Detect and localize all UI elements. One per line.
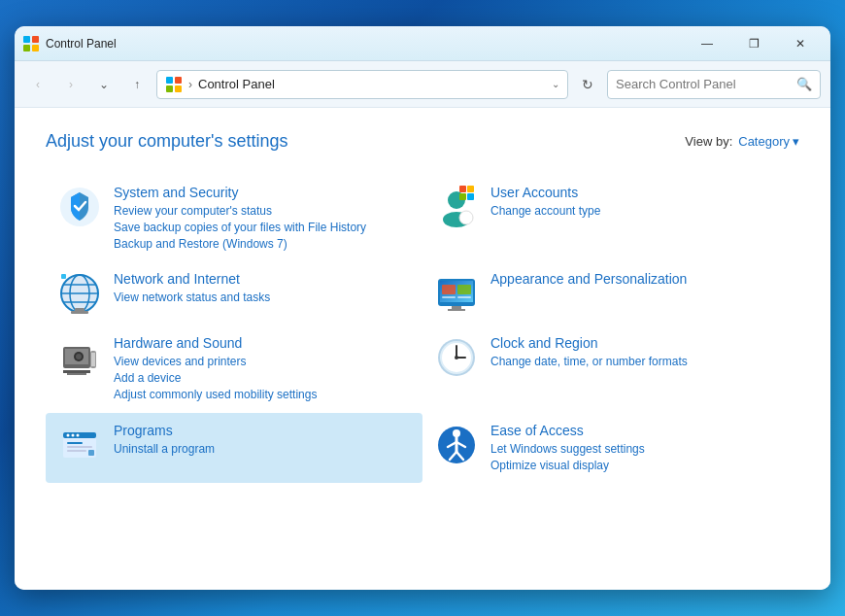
appearance-name[interactable]: Appearance and Personalization xyxy=(490,271,788,287)
search-bar[interactable]: 🔍 xyxy=(607,70,821,99)
recent-locations-button[interactable]: ⌄ xyxy=(90,71,118,98)
up-button[interactable]: ↑ xyxy=(123,71,151,98)
ease-icon xyxy=(434,423,479,467)
minimize-button[interactable]: — xyxy=(685,30,729,57)
view-by-value[interactable]: Category ▾ xyxy=(738,134,799,149)
svg-point-51 xyxy=(72,433,75,436)
search-icon: 🔍 xyxy=(796,77,812,91)
svg-rect-12 xyxy=(459,186,466,192)
svg-rect-0 xyxy=(23,36,30,43)
svg-rect-55 xyxy=(67,450,86,452)
svg-rect-4 xyxy=(166,77,173,84)
back-icon: ‹ xyxy=(36,78,40,91)
category-programs[interactable]: Programs Uninstall a program xyxy=(46,413,422,484)
svg-rect-24 xyxy=(61,274,66,279)
hardware-link-1[interactable]: View devices and printers xyxy=(114,354,411,370)
hardware-name[interactable]: Hardware and Sound xyxy=(114,335,411,351)
view-by-label: View by: xyxy=(685,134,732,149)
category-appearance[interactable]: Appearance and Personalization xyxy=(422,261,799,325)
window-controls: — ❐ ✕ xyxy=(685,30,823,57)
clock-name[interactable]: Clock and Region xyxy=(490,335,788,351)
up-icon: ↑ xyxy=(134,78,140,91)
window: Control Panel — ❐ ✕ ‹ › ⌄ ↑ xyxy=(15,26,830,590)
refresh-button[interactable]: ↻ xyxy=(574,71,601,98)
system-security-name[interactable]: System and Security xyxy=(114,185,411,200)
category-network[interactable]: Network and Internet View network status… xyxy=(46,261,422,325)
svg-rect-5 xyxy=(175,77,182,84)
window-icon xyxy=(22,35,40,52)
svg-point-11 xyxy=(459,211,473,224)
appearance-icon xyxy=(434,271,479,316)
svg-rect-39 xyxy=(91,353,95,366)
ease-name[interactable]: Ease of Access xyxy=(490,423,788,438)
category-clock[interactable]: Clock and Region Change date, time, or n… xyxy=(422,325,799,412)
svg-rect-1 xyxy=(32,36,39,43)
hardware-icon xyxy=(57,335,102,380)
category-user-accounts[interactable]: User Accounts Change account type xyxy=(422,175,799,261)
hardware-link-2[interactable]: Add a device xyxy=(114,370,411,387)
window-title: Control Panel xyxy=(46,37,685,51)
ease-link-2[interactable]: Optimize visual display xyxy=(490,458,788,474)
system-security-link-2[interactable]: Save backup copies of your files with Fi… xyxy=(114,220,411,236)
view-by-control: View by: Category ▾ xyxy=(685,134,799,149)
close-button[interactable]: ✕ xyxy=(778,30,823,57)
svg-rect-41 xyxy=(67,373,86,375)
view-by-category: Category xyxy=(738,134,790,149)
svg-rect-3 xyxy=(32,45,39,51)
category-ease[interactable]: Ease of Access Let Windows suggest setti… xyxy=(422,413,799,484)
svg-rect-56 xyxy=(88,450,94,456)
system-security-link-1[interactable]: Review your computer's status xyxy=(114,203,411,220)
hardware-link-3[interactable]: Adjust commonly used mobility settings xyxy=(114,387,411,403)
network-name[interactable]: Network and Internet xyxy=(114,271,411,287)
ease-link-1[interactable]: Let Windows suggest settings xyxy=(490,441,788,458)
system-security-link-3[interactable]: Backup and Restore (Windows 7) xyxy=(114,236,411,253)
ease-info: Ease of Access Let Windows suggest setti… xyxy=(490,423,788,474)
svg-point-37 xyxy=(76,354,82,359)
category-system-security[interactable]: System and Security Review your computer… xyxy=(46,175,422,261)
content-area: Adjust your computer's settings View by:… xyxy=(15,108,830,590)
system-security-info: System and Security Review your computer… xyxy=(114,185,411,252)
chevron-down-icon: ⌄ xyxy=(99,78,109,91)
svg-rect-28 xyxy=(442,285,456,294)
svg-rect-40 xyxy=(63,370,90,373)
svg-rect-54 xyxy=(67,446,92,448)
toolbar: ‹ › ⌄ ↑ › Control Panel ⌄ ↻ xyxy=(15,61,830,108)
address-text: Control Panel xyxy=(198,77,546,91)
svg-rect-7 xyxy=(175,86,182,92)
back-button[interactable]: ‹ xyxy=(24,71,51,98)
address-separator: › xyxy=(188,78,192,91)
address-chevron-icon[interactable]: ⌄ xyxy=(552,79,559,89)
svg-rect-31 xyxy=(457,296,471,298)
svg-rect-2 xyxy=(23,45,30,51)
view-by-chevron-icon: ▾ xyxy=(793,134,799,149)
svg-point-50 xyxy=(67,433,70,436)
clock-icon xyxy=(434,335,479,380)
category-hardware[interactable]: Hardware and Sound View devices and prin… xyxy=(46,325,422,412)
page-title: Adjust your computer's settings xyxy=(46,131,288,152)
user-accounts-name[interactable]: User Accounts xyxy=(490,185,788,200)
network-link-1[interactable]: View network status and tasks xyxy=(114,290,411,306)
user-accounts-icon xyxy=(434,185,479,229)
svg-rect-30 xyxy=(442,296,456,298)
svg-point-52 xyxy=(77,433,80,436)
forward-button[interactable]: › xyxy=(57,71,84,98)
address-bar[interactable]: › Control Panel ⌄ xyxy=(156,70,568,99)
programs-name[interactable]: Programs xyxy=(114,423,411,438)
svg-rect-33 xyxy=(448,309,465,311)
clock-link-1[interactable]: Change date, time, or number formats xyxy=(490,354,788,370)
programs-link-1[interactable]: Uninstall a program xyxy=(114,441,411,458)
user-accounts-info: User Accounts Change account type xyxy=(490,185,788,220)
maximize-button[interactable]: ❐ xyxy=(731,30,776,57)
programs-icon xyxy=(57,423,102,467)
search-input[interactable] xyxy=(616,77,791,91)
page-header: Adjust your computer's settings View by:… xyxy=(46,131,799,152)
titlebar: Control Panel — ❐ ✕ xyxy=(15,26,830,61)
svg-rect-6 xyxy=(166,86,173,92)
svg-rect-15 xyxy=(467,193,474,200)
forward-icon: › xyxy=(69,78,73,91)
clock-info: Clock and Region Change date, time, or n… xyxy=(490,335,788,370)
svg-point-47 xyxy=(455,356,458,359)
user-accounts-link-1[interactable]: Change account type xyxy=(490,203,788,220)
svg-rect-29 xyxy=(457,285,471,294)
address-control-panel-icon xyxy=(165,76,183,93)
